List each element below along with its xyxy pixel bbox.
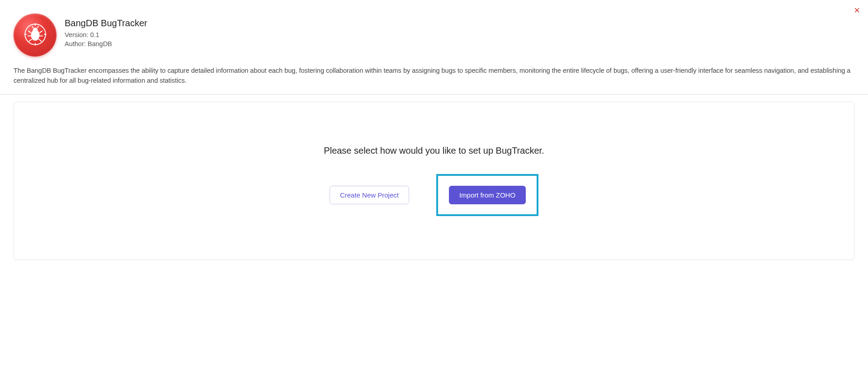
- setup-card: Please select how would you like to set …: [14, 102, 854, 260]
- svg-line-14: [38, 39, 41, 41]
- app-header: BangDB BugTracker Version: 0.1 Author: B…: [0, 0, 868, 57]
- app-logo: [14, 14, 57, 57]
- svg-line-10: [39, 31, 42, 33]
- app-version: Version: 0.1: [65, 31, 147, 38]
- bug-icon: [23, 22, 48, 49]
- close-button[interactable]: ×: [854, 5, 860, 15]
- app-author: Author: BangDB: [65, 40, 147, 47]
- svg-point-6: [33, 28, 38, 32]
- setup-button-row: Create New Project Import from ZOHO: [32, 174, 836, 216]
- app-description: The BangDB BugTracker encompasses the ab…: [0, 57, 868, 94]
- create-new-project-button[interactable]: Create New Project: [330, 186, 409, 204]
- app-title: BangDB BugTracker: [65, 18, 147, 28]
- svg-line-8: [37, 26, 38, 28]
- svg-line-7: [32, 26, 33, 28]
- svg-line-9: [28, 31, 31, 33]
- svg-line-13: [29, 39, 32, 41]
- setup-prompt: Please select how would you like to set …: [32, 146, 836, 156]
- app-meta: BangDB BugTracker Version: 0.1 Author: B…: [65, 14, 147, 49]
- import-highlight: Import from ZOHO: [436, 174, 538, 216]
- close-icon: ×: [854, 5, 860, 16]
- import-from-zoho-button[interactable]: Import from ZOHO: [449, 186, 526, 204]
